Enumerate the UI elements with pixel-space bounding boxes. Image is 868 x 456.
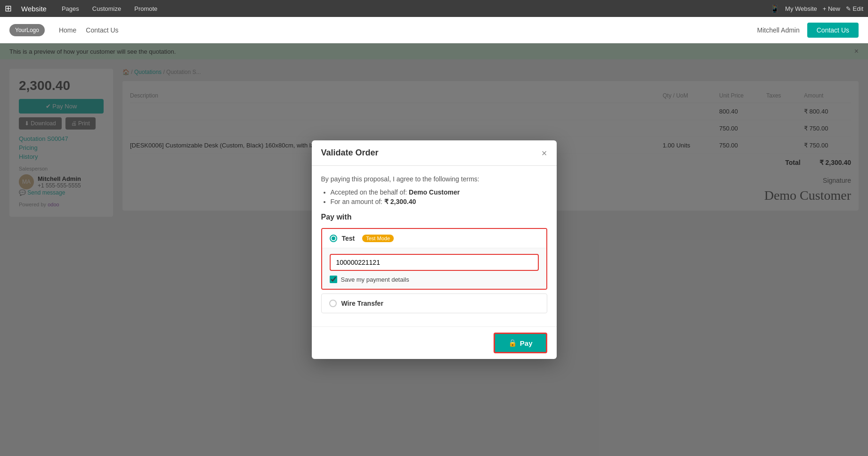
- contact-us-button[interactable]: Contact Us: [807, 23, 859, 38]
- pay-button[interactable]: 🔒 Pay: [494, 333, 547, 353]
- pay-button-label: Pay: [520, 339, 533, 347]
- admin-nav-customize[interactable]: Customize: [89, 5, 124, 12]
- test-radio[interactable]: [330, 235, 337, 242]
- logo: YourLogo: [9, 24, 45, 36]
- terms-intro: By paying this proposal, I agree to the …: [321, 175, 547, 183]
- test-payment-label: Test: [342, 235, 355, 242]
- admin-right-actions: 📱 My Website + New ✎ Edit: [770, 4, 863, 13]
- wire-transfer-option[interactable]: Wire Transfer: [321, 293, 547, 313]
- lock-icon: 🔒: [508, 339, 517, 347]
- nav-right: Mitchell Admin Contact Us: [757, 23, 859, 38]
- modal-close-button[interactable]: ×: [542, 148, 547, 158]
- terms-item-1: Accepted on the behalf of: Demo Customer: [331, 188, 547, 196]
- my-website-dropdown[interactable]: My Website: [785, 5, 817, 12]
- terms-list: Accepted on the behalf of: Demo Customer…: [321, 188, 547, 205]
- test-mode-badge: Test Mode: [362, 235, 394, 242]
- card-number-input[interactable]: [330, 254, 539, 271]
- save-checkbox-row: Save my payment details: [330, 276, 539, 283]
- wire-transfer-label: Wire Transfer: [341, 300, 383, 307]
- new-button[interactable]: + New: [823, 5, 840, 12]
- admin-dropdown[interactable]: Mitchell Admin: [757, 26, 799, 34]
- modal-body: By paying this proposal, I agree to the …: [312, 166, 557, 326]
- wire-radio[interactable]: [329, 300, 337, 307]
- website-nav: YourLogo Home Contact Us Mitchell Admin …: [0, 17, 868, 43]
- nav-home[interactable]: Home: [59, 26, 76, 34]
- validate-order-modal: Validate Order × By paying this proposal…: [312, 140, 557, 359]
- admin-nav-promote[interactable]: Promote: [131, 5, 160, 12]
- wire-transfer-header[interactable]: Wire Transfer: [322, 294, 547, 313]
- admin-bar: ⊞ Website Pages Customize Promote 📱 My W…: [0, 0, 868, 17]
- pay-with-title: Pay with: [321, 213, 547, 221]
- device-icon[interactable]: 📱: [770, 4, 779, 13]
- test-payment-option[interactable]: Test Test Mode Save my payment details: [321, 228, 547, 290]
- modal-footer: 🔒 Pay: [312, 326, 557, 359]
- grid-icon[interactable]: ⊞: [5, 3, 12, 14]
- admin-nav-pages[interactable]: Pages: [59, 5, 82, 12]
- save-payment-checkbox[interactable]: [330, 276, 337, 283]
- save-payment-label: Save my payment details: [341, 276, 409, 283]
- site-name: Website: [21, 5, 47, 13]
- page-background: This is a preview of how your customer w…: [0, 43, 868, 456]
- card-input-area: Save my payment details: [322, 248, 546, 289]
- edit-button[interactable]: ✎ Edit: [846, 5, 863, 12]
- modal-header: Validate Order ×: [312, 140, 557, 166]
- modal-overlay: Validate Order × By paying this proposal…: [0, 43, 868, 456]
- terms-item-2: For an amount of: ₹ 2,300.40: [331, 198, 547, 205]
- modal-title: Validate Order: [321, 148, 379, 158]
- nav-links: Home Contact Us: [59, 26, 757, 34]
- test-payment-header[interactable]: Test Test Mode: [322, 229, 546, 248]
- nav-contact[interactable]: Contact Us: [86, 26, 118, 34]
